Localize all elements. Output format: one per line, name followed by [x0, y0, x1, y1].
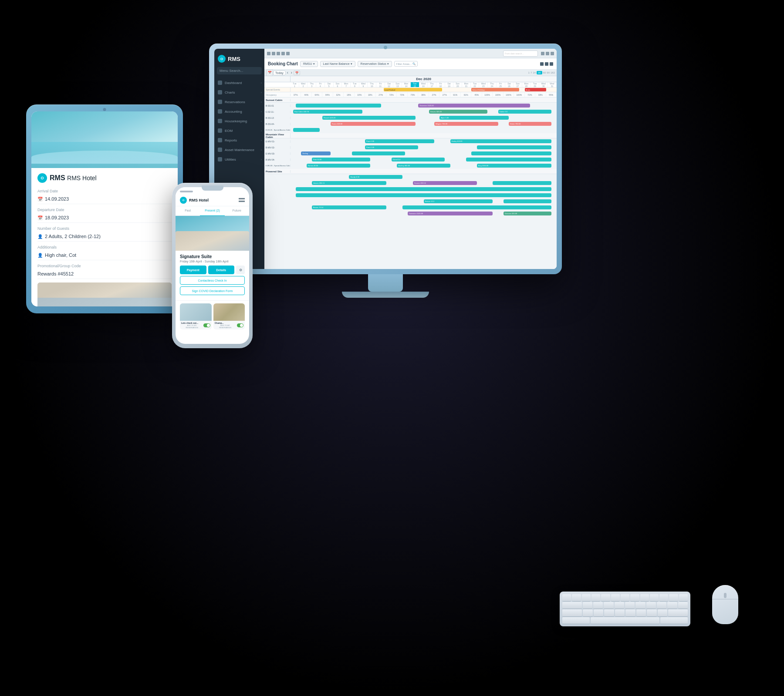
room-timeline[interactable]: [291, 127, 557, 133]
prev-period-button[interactable]: ‹: [286, 71, 290, 75]
room-timeline[interactable]: Paris 0.00: [291, 145, 557, 150]
booking-bar[interactable]: Reach 1225.00: [322, 116, 416, 120]
booking-bar[interactable]: Drake 700.00: [509, 122, 551, 126]
booking-bar[interactable]: Bennis 70.14: [312, 205, 386, 209]
booking-bar[interactable]: [493, 181, 551, 185]
sidebar-item-housekeeping[interactable]: Housekeeping ›: [214, 116, 264, 126]
sidebar-item-reports[interactable]: Reports ›: [214, 135, 264, 145]
toolbar-action-icon[interactable]: [546, 52, 549, 55]
property-dropdown[interactable]: RMSU ▾: [300, 61, 318, 67]
upsell-toggle-1[interactable]: [203, 323, 210, 327]
booking-bar[interactable]: Jencen 264.11: [312, 181, 386, 185]
promo-field[interactable]: Rewards #45512: [37, 269, 172, 279]
tab-future[interactable]: Future: [225, 206, 249, 215]
booking-bar[interactable]: Townston 1525.00: [408, 212, 493, 215]
booking-bar[interactable]: [293, 128, 320, 132]
booking-bar[interactable]: [296, 104, 381, 108]
payment-button[interactable]: Payment: [180, 266, 206, 274]
toolbar-refresh-icon[interactable]: [545, 62, 548, 66]
room-timeline[interactable]: Park 50.00 Donal 5.4: [291, 157, 557, 162]
special-events-row: Special Events Local Festival School Hol…: [264, 87, 557, 92]
booking-bar[interactable]: Alyer 5.00: [439, 116, 509, 120]
room-timeline[interactable]: Townston 1525.00: [291, 103, 557, 108]
status-dropdown[interactable]: Reservation Status ▾: [358, 61, 392, 67]
booking-bar[interactable]: [296, 193, 551, 197]
booking-bar[interactable]: [402, 205, 551, 209]
booking-bar[interactable]: Galem 0.0: [498, 110, 551, 114]
top-search-input[interactable]: From date search...: [503, 50, 538, 57]
settings-button[interactable]: ⚙: [236, 266, 245, 274]
toolbar-close-icon[interactable]: [550, 62, 553, 66]
booking-bar[interactable]: Farrow 40.00: [307, 164, 371, 168]
booking-bar[interactable]: [471, 151, 551, 155]
room-timeline[interactable]: Natson 12-2: [291, 198, 557, 204]
details-button[interactable]: Details: [208, 266, 235, 274]
room-timeline[interactable]: Jencen 264.11 Sconeri 933.52: [291, 180, 557, 186]
key: [604, 609, 614, 616]
toolbar-action-icon[interactable]: [551, 52, 554, 55]
sign-declaration-button[interactable]: Sign COVID Declaration Form: [180, 286, 245, 295]
booking-bar[interactable]: Natson 12-2: [424, 199, 493, 203]
toolbar-action-icon[interactable]: [541, 52, 544, 55]
room-timeline[interactable]: Ruiz Cabin 190.78 Graves 325.00 Galem 0.…: [291, 109, 557, 114]
tab-present[interactable]: Present (2): [200, 206, 224, 216]
booking-bar[interactable]: [296, 187, 551, 191]
tab-past[interactable]: Past: [176, 206, 200, 215]
booking-bar[interactable]: Greeves 325.00: [504, 212, 551, 215]
booking-bar[interactable]: [504, 199, 551, 203]
booking-bar[interactable]: Darling: [301, 151, 330, 155]
booking-bar[interactable]: Graves 325.00: [429, 110, 487, 114]
calendar-picker-icon[interactable]: 📅: [266, 69, 273, 76]
booking-bar[interactable]: [352, 151, 405, 155]
toolbar-settings-icon[interactable]: [540, 62, 544, 66]
booking-bar[interactable]: Sconeri 933.52: [413, 181, 477, 185]
sidebar-item-reservations[interactable]: Reservations ›: [214, 97, 264, 107]
departure-field[interactable]: 📅 18.09.2023: [37, 213, 172, 223]
filter-input[interactable]: Filter Areas... 🔍: [394, 61, 418, 67]
booking-bar[interactable]: Handy 0.00: [349, 175, 402, 179]
booking-bar[interactable]: Foster 328.00: [331, 122, 416, 126]
additionals-field[interactable]: 👤 High chair, Cot: [37, 250, 172, 260]
sidebar-item-asset[interactable]: Asset Maintenance ›: [214, 145, 264, 155]
guests-field[interactable]: 👤 2 Adults, 2 Children (2-12): [37, 232, 172, 242]
booking-bar[interactable]: Park 50.00: [312, 158, 370, 161]
room-timeline[interactable]: Darling: [291, 151, 557, 156]
room-timeline[interactable]: Bennis 70.14: [291, 205, 557, 210]
sidebar-item-accounting[interactable]: Accounting ›: [214, 107, 264, 116]
booking-bar[interactable]: King 2164.00: [477, 164, 551, 168]
booking-bar[interactable]: [477, 145, 551, 149]
booking-bar[interactable]: Ruiz Cabin 190.78: [293, 110, 362, 114]
booking-bar[interactable]: Wagner 700.00: [434, 122, 498, 126]
hamburger-icon[interactable]: [239, 198, 245, 202]
date-input[interactable]: 📅: [294, 71, 300, 75]
booking-bar[interactable]: [466, 158, 551, 161]
upsell-toggle-2[interactable]: [237, 323, 243, 327]
sidebar-item-dashboard[interactable]: Dashboard ›: [214, 78, 264, 87]
balance-dropdown[interactable]: Last Name Balance ▾: [320, 61, 355, 67]
room-timeline[interactable]: Paris 0.00 Harley 410.00: [291, 138, 557, 144]
room-timeline[interactable]: Townston 1525.00 Greeves 325.00: [291, 211, 557, 216]
room-timeline[interactable]: Foster 328.00 Wagner 700.00 Drake 700.00: [291, 121, 557, 127]
room-timeline[interactable]: Farrow 40.00 Bushey 460.00 King 2164.00: [291, 163, 557, 168]
booking-bar[interactable]: Townston 1525.00: [418, 104, 530, 108]
booking-bar[interactable]: Harley 410.00: [450, 139, 551, 143]
next-period-button[interactable]: ›: [290, 71, 294, 75]
sidebar-search[interactable]: Menu Search...: [217, 67, 262, 74]
booking-bar[interactable]: Bushey 460.00: [397, 164, 450, 168]
sidebar-item-eom[interactable]: EOM ›: [214, 126, 264, 135]
booking-bar[interactable]: Paris 0.00: [365, 139, 434, 143]
contactless-checkin-button[interactable]: Contactless Check In: [180, 276, 245, 285]
upsell-card-1[interactable]: Lets check out... ADD TO MY RESERVATION: [180, 303, 212, 330]
active-page-num[interactable]: 30: [537, 71, 542, 74]
sidebar-item-utilities[interactable]: Utilities ›: [214, 155, 264, 164]
today-button[interactable]: Today: [273, 71, 286, 75]
room-timeline[interactable]: [291, 192, 557, 198]
room-timeline[interactable]: Reach 1225.00 Alyer 5.00: [291, 115, 557, 121]
arrival-field[interactable]: 📅 14.09.2023: [37, 194, 172, 204]
upsell-card-2[interactable]: Champ... ADD TO MY RESERVATION: [213, 303, 245, 330]
booking-bar[interactable]: Donal 5.4: [392, 158, 445, 161]
room-timeline[interactable]: Handy 0.00: [291, 174, 557, 180]
booking-bar[interactable]: Paris 0.00: [365, 145, 418, 149]
sidebar-item-charts[interactable]: Charts ›: [214, 87, 264, 97]
room-timeline[interactable]: [291, 186, 557, 192]
